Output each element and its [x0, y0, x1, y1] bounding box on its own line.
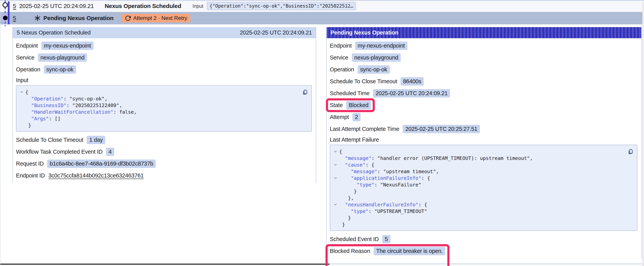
field-wrap: Operationsync-op-ok: [330, 65, 390, 74]
panel-body: Endpointmy-nexus-endpointServicenexus-pl…: [13, 38, 316, 183]
input-json-viewer: { "Operation": "sync-op-ok", "BusinessID…: [16, 85, 312, 132]
field-value-badge: The circuit breaker is open.: [374, 247, 445, 255]
code-text: "BusinessID": "20250225122409",: [25, 103, 122, 108]
field-wrap: Schedule To Close Timeout86400s: [330, 77, 424, 86]
code-text: "message": "upstream timeout",: [339, 169, 439, 174]
code-text: }: [339, 189, 357, 194]
field-row-service: Servicenexus-playground: [330, 52, 637, 64]
panel-bottom-border: [330, 264, 642, 264]
code-line: }: [332, 188, 625, 195]
code-text: "HandlerWaitForCancellation": false,: [25, 109, 137, 115]
field-value-badge: 2: [352, 113, 360, 121]
event-id-link[interactable]: 5: [13, 3, 16, 9]
chevron-down-icon[interactable]: [18, 90, 25, 94]
code-line: }: [332, 214, 625, 221]
chevron-down-icon[interactable]: [332, 150, 339, 153]
chevron-down-icon[interactable]: [332, 176, 339, 180]
field-value-badge: b1c6a4bc-8ee7-468a-9169-df3b02c8737b: [47, 159, 156, 168]
scrollbar[interactable]: [642, 2, 644, 266]
copy-icon: [302, 89, 308, 95]
window-bottom-border: [0, 264, 330, 265]
event-marker-open-circle-icon[interactable]: [2, 2, 8, 8]
field-label: State: [330, 102, 343, 108]
panel-header-pending: Pending Nexus Operation: [327, 27, 641, 38]
code-text: {: [339, 149, 342, 154]
code-line: "message": "handler error (UPSTREAM_TIME…: [332, 155, 625, 161]
field-value-badge: 5: [382, 235, 390, 243]
field-label: Request ID: [16, 160, 44, 167]
code-text: }: [339, 222, 345, 227]
field-label: Schedule To Close Timeout: [330, 78, 397, 85]
failure-section-label: Last Attempt Failure: [330, 135, 637, 144]
field-wrap: Scheduled Event ID5: [330, 235, 390, 243]
field-label: Operation: [16, 66, 40, 73]
field-value-link[interactable]: 3c0c75ccfa8144b092c13ce632463761: [48, 172, 144, 179]
panel-title: 5 Nexus Operation Scheduled: [17, 30, 91, 36]
code-text: }: [25, 122, 31, 128]
field-row-endpoint: Endpointmy-nexus-endpoint: [16, 40, 312, 52]
code-line: "Args": []: [18, 115, 300, 122]
code-line: "nexusHandlerFailureInfo": {: [332, 201, 625, 208]
field-value-badge: 2025-02-25 UTC 20:24:09.21: [373, 89, 450, 98]
code-text: "Operation": "sync-op-ok",: [25, 96, 108, 102]
field-wrap: Operationsync-op-ok: [16, 65, 76, 74]
code-text: "applicationFailureInfo": {: [339, 175, 430, 181]
event-detail-panels: 5 Nexus Operation Scheduled 2025-02-25 U…: [12, 27, 642, 258]
field-value-badge: Blocked: [346, 101, 371, 109]
field-row-blocked-reason: Blocked ReasonThe circuit breaker is ope…: [330, 245, 637, 257]
field-label: Service: [16, 54, 34, 61]
field-label: Workflow Task Completed Event ID: [16, 149, 102, 155]
input-section-label: Input: [16, 76, 312, 85]
event-title: Nexus Operation Scheduled: [105, 3, 181, 9]
field-row-schedule-to-close-timeout: Schedule To Close Timeout1 day: [16, 134, 312, 146]
event-id-link[interactable]: 5: [13, 15, 16, 22]
code-text: },: [339, 195, 354, 201]
field-wrap: Workflow Task Completed Event ID4: [16, 148, 114, 156]
field-value-badge: 1 day: [87, 136, 105, 144]
field-value-badge: my-nexus-endpoint: [355, 42, 407, 50]
code-line: "HandlerWaitForCancellation": false,: [18, 109, 300, 115]
copy-button[interactable]: [627, 148, 634, 155]
field-row-schedule-to-close-timeout: Schedule To Close Timeout86400s: [330, 76, 637, 87]
chevron-down-icon[interactable]: [332, 163, 339, 167]
attempt-retry-badge: Attempt 2 · Next Retry: [122, 14, 190, 23]
chevron-down-icon[interactable]: [332, 203, 339, 206]
field-row-last-attempt-complete-time: Last Attempt Complete Time2025-02-25 UTC…: [330, 123, 637, 135]
field-label: Endpoint: [330, 43, 352, 49]
code-line: {: [18, 89, 300, 95]
field-wrap: Attempt2: [330, 113, 360, 121]
panel-body: Endpointmy-nexus-endpointServicenexus-pl…: [327, 38, 641, 258]
field-row-endpoint: Endpointmy-nexus-endpoint: [330, 40, 637, 52]
field-row-scheduled-time: Scheduled Time2025-02-25 UTC 20:24:09.21: [330, 87, 637, 99]
field-row-service: Servicenexus-playground: [16, 52, 312, 64]
field-row-operation: Operationsync-op-ok: [16, 64, 312, 76]
code-text: "message": "handler error (UPSTREAM_TIME…: [339, 155, 533, 161]
field-label: Attempt: [330, 114, 349, 120]
code-line: {: [332, 148, 625, 155]
field-row-workflow-task-completed-event-id: Workflow Task Completed Event ID4: [16, 146, 312, 158]
event-detail-panel-scheduled: 5 Nexus Operation Scheduled 2025-02-25 U…: [12, 27, 316, 183]
field-value-badge: my-nexus-endpoint: [41, 42, 94, 50]
code-line: "cause": {: [332, 161, 625, 168]
event-marker-filled-circle-icon[interactable]: [3, 16, 8, 20]
field-label: Scheduled Time: [330, 90, 370, 97]
panel-title: Pending Nexus Operation: [330, 30, 398, 36]
copy-icon: [628, 148, 634, 154]
history-row-pending-nexus-operation[interactable]: 5 Pending Nexus Operation Attempt 2 · Ne…: [0, 12, 644, 24]
field-value-badge: nexus-playground: [352, 54, 401, 62]
history-row-nexus-operation-scheduled[interactable]: 5 2025-02-25 UTC 20:24:09.21 Nexus Opera…: [0, 1, 644, 12]
event-detail-panel-pending: Pending Nexus Operation Endpointmy-nexus…: [326, 27, 642, 258]
code-line: "type": "UPSTREAM_TIMEOUT": [332, 208, 625, 214]
field-label: Service: [330, 54, 348, 61]
field-row-attempt: Attempt2: [330, 111, 637, 123]
field-wrap: Schedule To Close Timeout1 day: [16, 136, 105, 144]
code-text: "cause": {: [339, 162, 374, 168]
field-row-operation: Operationsync-op-ok: [330, 64, 637, 76]
highlight-annotation-box: StateBlocked: [330, 101, 371, 109]
field-wrap: Endpointmy-nexus-endpoint: [16, 42, 94, 50]
field-label: Endpoint: [16, 43, 38, 49]
field-value-badge: 2025-02-25 UTC 20:25:27.51: [403, 125, 480, 133]
code-line: "Operation": "sync-op-ok",: [18, 95, 300, 102]
field-label: Last Attempt Complete Time: [330, 126, 399, 132]
copy-button[interactable]: [301, 88, 308, 95]
